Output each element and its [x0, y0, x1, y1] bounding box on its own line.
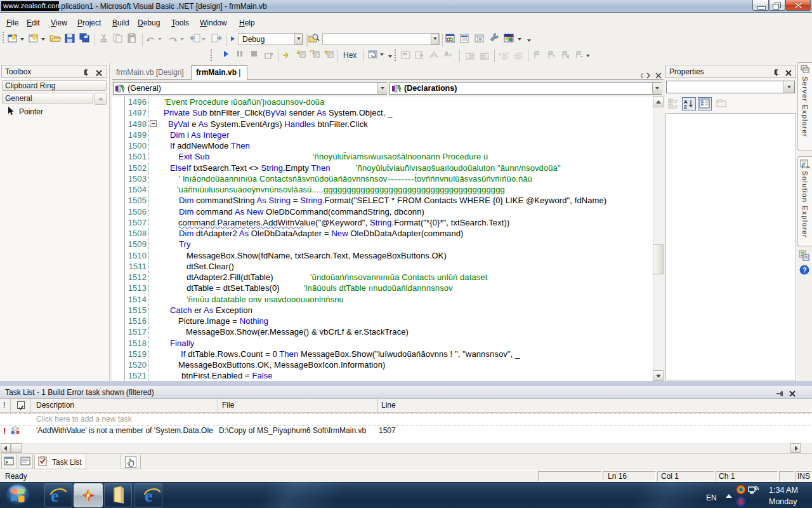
- svg-text:?: ?: [802, 266, 807, 274]
- svg-text:Z: Z: [684, 104, 687, 109]
